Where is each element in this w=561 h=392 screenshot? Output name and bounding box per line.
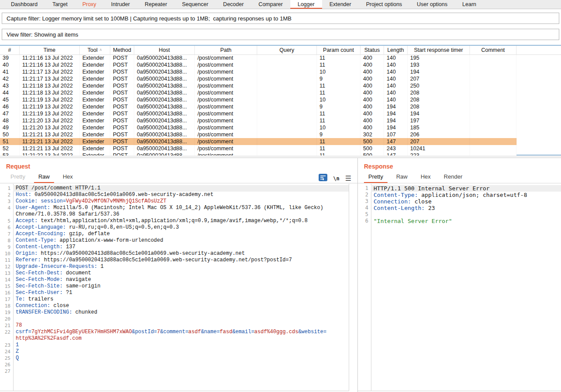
column-header-start-response-timer[interactable]: Start response timer — [408, 46, 470, 54]
table-row-41[interactable]: 4111:21:17 13 Jul 2022ExtenderPOST0a9500… — [0, 68, 517, 75]
cell-time: 11:21:21 13 Jul 2022 — [20, 145, 80, 152]
table-row-49[interactable]: 4911:21:20 13 Jul 2022ExtenderPOST0a9500… — [0, 124, 517, 131]
table-row-39[interactable]: 3911:21:16 13 Jul 2022ExtenderPOST0a9500… — [0, 55, 517, 61]
column-header-spacer[interactable] — [517, 46, 561, 54]
cell-start-response-timer: 207 — [408, 75, 470, 82]
response-line: 3Connection: close — [358, 198, 561, 205]
menu-item-extender[interactable]: Extender — [322, 0, 359, 9]
cell-time: 11:21:20 13 Jul 2022 — [20, 124, 80, 131]
cell-status: 400 — [360, 103, 384, 110]
tab-hex[interactable]: Hex — [416, 173, 435, 183]
cell-#: 50 — [0, 131, 20, 138]
cell-status: 400 — [360, 96, 384, 103]
request-line: 9Content-Length: 137 — [0, 244, 349, 250]
table-row-51[interactable]: 5111:21:21 13 Jul 2022ExtenderPOST0a9500… — [0, 138, 517, 145]
menu-item-dashboard[interactable]: Dashboard — [3, 0, 45, 9]
tab-raw[interactable]: Raw — [392, 173, 412, 183]
cell-length: 140 — [384, 89, 408, 96]
column-header-method[interactable]: Method — [110, 46, 134, 54]
cell-status: 400 — [360, 61, 384, 68]
burp-logger-window: DashboardTargetProxyIntruderRepeaterSequ… — [0, 0, 561, 392]
cell-start-response-timer: 208 — [408, 96, 470, 103]
request-line: 24Z — [0, 348, 349, 355]
request-line: 1POST /post/comment HTTP/1.1 — [0, 185, 349, 192]
table-row-52[interactable]: 5211:21:21 13 Jul 2022ExtenderPOST0a9500… — [0, 145, 517, 152]
pretty-print-icon[interactable] — [319, 174, 327, 183]
menu-item-user-options[interactable]: User options — [409, 0, 455, 9]
cell-method: POST — [110, 55, 134, 61]
cell-length: 194 — [384, 117, 408, 124]
column-header-param-count[interactable]: Param count — [317, 46, 360, 54]
table-row-50[interactable]: 5011:21:21 13 Jul 2022ExtenderPOST0a9500… — [0, 131, 517, 138]
table-row-40[interactable]: 4011:21:16 13 Jul 2022ExtenderPOST0a9500… — [0, 61, 517, 68]
request-line: 10Origin: https://0a9500020413d88ac08c5c… — [0, 250, 349, 257]
cell-tool: Extender — [80, 96, 110, 103]
cell-length: 147 — [384, 138, 408, 145]
cell-query — [257, 75, 317, 82]
table-row-53[interactable]: 5311:21:22 13 Jul 2022ExtenderPOST0a9500… — [0, 152, 517, 155]
response-editor[interactable]: 1HTTP/1.1 500 Internal Server Error2Cont… — [358, 184, 561, 391]
menu-item-project-options[interactable]: Project options — [359, 0, 410, 9]
table-row-44[interactable]: 4411:21:18 13 Jul 2022ExtenderPOST0a9500… — [0, 89, 517, 96]
tab-render[interactable]: Render — [439, 173, 467, 183]
cell-host: 0a9500020413d88... — [134, 110, 195, 117]
table-row-47[interactable]: 4711:21:19 13 Jul 2022ExtenderPOST0a9500… — [0, 110, 517, 117]
menu-item-proxy[interactable]: Proxy — [75, 0, 104, 9]
cell-path: /post/comment — [195, 131, 257, 138]
menu-item-sequencer[interactable]: Sequencer — [174, 0, 215, 9]
menu-item-repeater[interactable]: Repeater — [137, 0, 174, 9]
menu-item-decoder[interactable]: Decoder — [216, 0, 251, 9]
cell-#: 45 — [0, 96, 20, 103]
cell-start-response-timer: 223 — [408, 152, 470, 155]
tab-hex[interactable]: Hex — [58, 173, 77, 183]
view-filter-bar[interactable]: View filter: Showing all items — [2, 29, 559, 40]
cell-tool: Extender — [80, 117, 110, 124]
cell-path: /post/comment — [195, 96, 257, 103]
column-header-length[interactable]: Length — [384, 46, 408, 54]
column-header-comment[interactable]: Comment — [470, 46, 517, 54]
cell-time: 11:21:17 13 Jul 2022 — [20, 68, 80, 75]
request-line: 8Content-Type: application/x-www-form-ur… — [0, 237, 349, 244]
capture-filter-bar[interactable]: Capture filter: Logger memory limit set … — [2, 13, 559, 24]
cell-tool: Extender — [80, 124, 110, 131]
request-line: 19tRANSFER-ENCODING: chunked — [0, 309, 349, 316]
tab-pretty[interactable]: Pretty — [6, 173, 30, 183]
cell-query — [257, 68, 317, 75]
cell-status: 302 — [360, 131, 384, 138]
table-row-42[interactable]: 4211:21:17 13 Jul 2022ExtenderPOST0a9500… — [0, 75, 517, 82]
tab-pretty[interactable]: Pretty — [364, 173, 388, 183]
menu-item-target[interactable]: Target — [45, 0, 75, 9]
cell-time: 11:21:20 13 Jul 2022 — [20, 117, 80, 124]
table-row-46[interactable]: 4611:21:19 13 Jul 2022ExtenderPOST0a9500… — [0, 103, 517, 110]
column-header-#[interactable]: # — [0, 46, 20, 54]
menu-item-intruder[interactable]: Intruder — [104, 0, 137, 9]
cell-param-count: 11 — [317, 117, 360, 124]
column-header-status[interactable]: Status — [360, 46, 384, 54]
table-row-45[interactable]: 4511:21:19 13 Jul 2022ExtenderPOST0a9500… — [0, 96, 517, 103]
table-row-48[interactable]: 4811:21:20 13 Jul 2022ExtenderPOST0a9500… — [0, 117, 517, 124]
cell-path: /post/comment — [195, 138, 257, 145]
cell-comment — [470, 145, 517, 152]
column-header-path[interactable]: Path — [195, 46, 257, 54]
request-editor[interactable]: 1POST /post/comment HTTP/1.12Host: 0a950… — [0, 184, 349, 391]
cell-tool: Extender — [80, 152, 110, 155]
table-row-43[interactable]: 4311:21:18 13 Jul 2022ExtenderPOST0a9500… — [0, 82, 517, 89]
cell-tool: Extender — [80, 55, 110, 61]
menu-item-comparer[interactable]: Comparer — [251, 0, 290, 9]
cell-query — [257, 145, 317, 152]
column-header-time[interactable]: Time — [20, 46, 80, 54]
cell-query — [257, 89, 317, 96]
request-line: 17Te: trailers — [0, 296, 349, 303]
column-header-query[interactable]: Query — [257, 46, 317, 54]
table-body[interactable]: 3911:21:16 13 Jul 2022ExtenderPOST0a9500… — [0, 55, 561, 155]
hamburger-menu-icon[interactable]: ☰ — [345, 175, 351, 182]
cell-query — [257, 96, 317, 103]
column-header-tool[interactable]: Tool∧ — [80, 46, 110, 54]
newline-icon[interactable]: \n — [333, 176, 339, 182]
cell-param-count: 10 — [317, 124, 360, 131]
menu-item-learn[interactable]: Learn — [455, 0, 484, 9]
cell-#: 39 — [0, 55, 20, 61]
menu-item-logger[interactable]: Logger — [290, 0, 322, 9]
tab-raw[interactable]: Raw — [34, 173, 54, 183]
column-header-host[interactable]: Host — [134, 46, 195, 54]
